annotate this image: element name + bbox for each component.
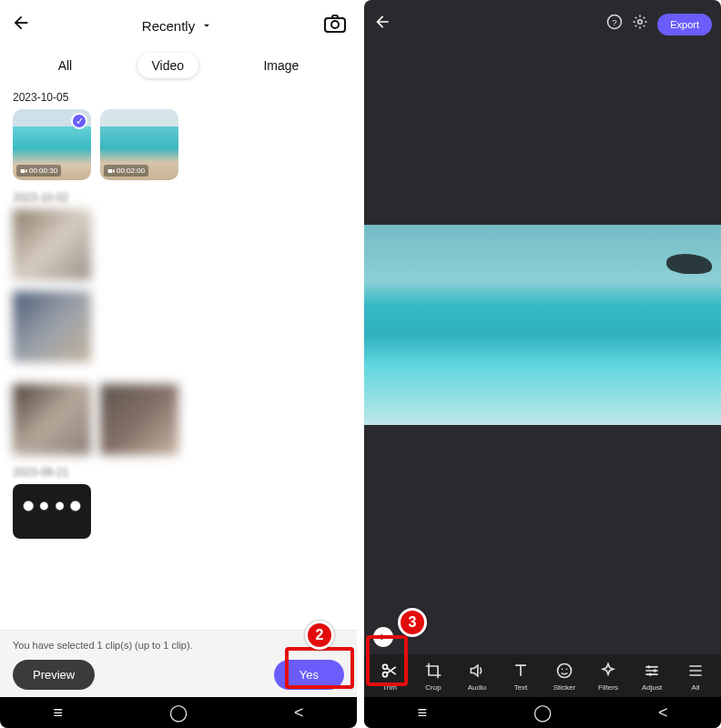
- section-date: 2023-09-21: [13, 466, 344, 479]
- preview-button[interactable]: Preview: [13, 660, 95, 690]
- svg-text:?: ?: [612, 17, 617, 27]
- menu-icon: [686, 662, 705, 680]
- editor-toolbar: Trim Crop Audio Text Sticker Filters Adj…: [364, 654, 721, 697]
- video-thumb-blurred[interactable]: [13, 209, 91, 280]
- svg-point-11: [566, 669, 568, 671]
- video-icon: [20, 167, 27, 175]
- media-row: [13, 209, 344, 280]
- selection-bottom-bar: You have selected 1 clip(s) (up to 1 cli…: [0, 630, 357, 697]
- tool-trim[interactable]: Trim: [368, 662, 411, 692]
- album-dropdown[interactable]: Recently: [31, 18, 324, 34]
- video-duration: 00:02:00: [104, 165, 148, 177]
- sparkle-icon: [599, 662, 617, 680]
- nav-back-icon[interactable]: <: [294, 703, 304, 723]
- crop-icon: [424, 662, 442, 680]
- arrow-left-icon: [11, 13, 31, 33]
- nav-home-icon[interactable]: ◯: [169, 703, 188, 723]
- video-thumb-blurred[interactable]: [100, 384, 178, 455]
- editor-header: ? Export: [364, 0, 721, 43]
- svg-point-14: [649, 673, 652, 676]
- yes-button[interactable]: Yes: [274, 660, 344, 690]
- video-preview[interactable]: [364, 225, 721, 425]
- svg-rect-2: [21, 169, 25, 173]
- selected-check-icon: ✓: [71, 113, 87, 129]
- media-type-tabs: All Video Image: [0, 44, 357, 87]
- tab-all[interactable]: All: [44, 53, 87, 78]
- tab-image[interactable]: Image: [249, 53, 313, 78]
- tool-audio[interactable]: Audio: [455, 662, 499, 692]
- media-row: [13, 384, 344, 455]
- video-thumb[interactable]: 00:02:00: [100, 109, 178, 180]
- sliders-icon: [643, 662, 661, 680]
- gallery-header: Recently: [0, 0, 357, 44]
- tool-filters[interactable]: Filters: [586, 662, 630, 692]
- camera-button[interactable]: [324, 15, 346, 37]
- canvas-letterbox-bottom: [364, 425, 721, 654]
- help-button[interactable]: ?: [606, 14, 623, 35]
- svg-point-10: [562, 669, 564, 671]
- section-date: 2023-10-02: [13, 191, 344, 204]
- editor-canvas-area: [364, 43, 721, 654]
- video-duration: 00:00:30: [16, 165, 61, 177]
- video-thumb-blurred[interactable]: [13, 384, 91, 455]
- editor-back-button[interactable]: [373, 13, 391, 35]
- media-grid[interactable]: 2023-10-05 ✓ 00:00:30 00:02:00 2023-10-0…: [0, 87, 357, 630]
- scissors-icon: [381, 662, 399, 680]
- nav-recent-icon[interactable]: ≡: [417, 703, 427, 723]
- tool-text[interactable]: Text: [499, 662, 543, 692]
- video-thumb[interactable]: [13, 484, 91, 539]
- media-row: [13, 291, 344, 362]
- chevron-down-icon: [200, 19, 213, 32]
- back-button[interactable]: [11, 13, 31, 38]
- text-icon: [512, 662, 530, 680]
- smiley-icon: [555, 662, 574, 680]
- tool-adjust[interactable]: Adjust: [630, 662, 674, 692]
- export-button[interactable]: Export: [657, 14, 712, 35]
- video-icon: [107, 167, 115, 175]
- svg-point-1: [331, 21, 339, 28]
- media-row: [13, 484, 344, 539]
- svg-point-6: [638, 20, 643, 25]
- video-editor-screen: ? Export Trim Crop Audio Text: [364, 0, 721, 728]
- tool-sticker[interactable]: Sticker: [543, 662, 586, 692]
- arrow-left-icon: [373, 13, 391, 31]
- speaker-icon: [468, 662, 486, 680]
- nav-back-icon[interactable]: <: [658, 703, 668, 723]
- svg-point-13: [654, 669, 656, 672]
- svg-point-9: [558, 664, 572, 678]
- gallery-picker-screen: Recently All Video Image 2023-10-05 ✓ 00…: [0, 0, 357, 728]
- camera-icon: [324, 15, 346, 33]
- svg-rect-3: [108, 169, 113, 173]
- settings-button[interactable]: [632, 14, 648, 35]
- nav-recent-icon[interactable]: ≡: [53, 703, 63, 723]
- tool-all[interactable]: All: [674, 662, 717, 692]
- nav-home-icon[interactable]: ◯: [533, 703, 552, 723]
- media-row: ✓ 00:00:30 00:02:00: [13, 109, 344, 180]
- svg-point-12: [647, 665, 650, 668]
- section-date: 2023-10-05: [13, 91, 344, 104]
- album-title: Recently: [142, 18, 195, 34]
- video-thumb-blurred[interactable]: [13, 291, 91, 362]
- help-icon: ?: [606, 14, 623, 30]
- android-navbar: ≡ ◯ <: [364, 697, 721, 728]
- tool-crop[interactable]: Crop: [411, 662, 455, 692]
- gear-icon: [632, 14, 648, 30]
- play-button[interactable]: [373, 627, 393, 647]
- tab-video[interactable]: Video: [137, 53, 199, 78]
- canvas-letterbox-top: [364, 43, 721, 225]
- play-icon: [380, 633, 387, 641]
- video-thumb[interactable]: ✓ 00:00:30: [13, 109, 91, 180]
- android-navbar: ≡ ◯ <: [0, 697, 357, 728]
- selection-message: You have selected 1 clip(s) (up to 1 cli…: [13, 640, 344, 651]
